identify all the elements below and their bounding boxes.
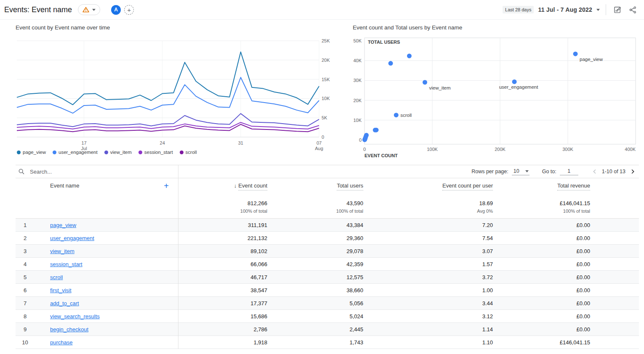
table-row-scroll: 5scroll46,71712,5753.72£0.00 (16, 271, 639, 284)
events-report-page: Events: Event name A + Last 28 days 11 J… (0, 0, 644, 354)
event-link-begin_checkout[interactable]: begin_checkout (50, 326, 88, 333)
event-name-cell: scroll (35, 274, 178, 280)
column-header-event-count[interactable]: ↓Event count (178, 182, 267, 189)
column-header-event-name[interactable]: Event name + (35, 182, 178, 189)
legend-item-scroll[interactable]: scroll (180, 150, 197, 155)
legend-dot (17, 151, 21, 154)
svg-text:0: 0 (359, 137, 362, 143)
table-search (16, 168, 178, 175)
svg-text:20K: 20K (322, 58, 330, 63)
event-count-per-user-cell: 1.10 (363, 339, 493, 346)
legend-item-user_engagement[interactable]: user_engagement (53, 150, 98, 155)
legend-label: page_view (23, 150, 46, 155)
total-revenue-cell: £0.00 (493, 287, 590, 293)
row-number: 1 (16, 222, 35, 228)
event-count-cell: 89,102 (178, 248, 267, 254)
row-number: 6 (16, 287, 35, 293)
total-revenue-cell: £0.00 (493, 326, 590, 333)
chevron-down-icon (525, 170, 529, 172)
scatter-chart-title: Event count and Total users by Event nam… (353, 24, 462, 31)
event-count-cell: 17,377 (178, 300, 267, 306)
rows-per-page-select[interactable]: 10 (512, 168, 530, 175)
column-header-total-revenue[interactable]: Total revenue (493, 182, 590, 189)
svg-text:15K: 15K (322, 77, 330, 82)
table-row-first_visit: 6first_visit38,54738,6601.00£0.00 (16, 284, 639, 297)
edit-chart-button[interactable] (612, 4, 623, 15)
line-chart[interactable]: 05K10K15K20K25K17Jul243107Aug (16, 34, 335, 153)
svg-text:24: 24 (160, 140, 165, 145)
event-count-per-user-cell: 3.07 (363, 248, 493, 254)
scatter-chart[interactable]: 010K20K30K40K50K0100K200K300K400KTOTAL U… (353, 34, 641, 157)
event-link-session_start[interactable]: session_start (50, 261, 82, 267)
event-count-cell: 221,132 (178, 235, 267, 241)
column-header-total-users[interactable]: Total users (267, 182, 363, 189)
sort-descending-icon: ↓ (234, 182, 237, 189)
event-count-cell: 2,786 (178, 326, 267, 333)
event-link-add_to_cart[interactable]: add_to_cart (50, 300, 79, 306)
segment-a-chip[interactable]: A (111, 5, 121, 15)
event-count-per-user-cell: 7.20 (363, 222, 493, 228)
legend-dot (104, 151, 108, 154)
event-link-scroll[interactable]: scroll (50, 274, 63, 280)
total-revenue-cell: £0.00 (493, 248, 590, 254)
svg-text:200K: 200K (495, 147, 506, 152)
svg-text:TOTAL USERS: TOTAL USERS (368, 40, 400, 45)
total-users-cell: 43,384 (267, 222, 363, 228)
svg-text:400K: 400K (625, 147, 636, 152)
row-number: 10 (16, 339, 35, 346)
rows-per-page-label: Rows per page: (471, 169, 508, 174)
data-quality-dropdown[interactable] (78, 4, 100, 15)
event-link-first_visit[interactable]: first_visit (50, 287, 72, 293)
event-link-view_search_results[interactable]: view_search_results (50, 313, 100, 320)
event-name-cell: view_search_results (35, 313, 178, 320)
table-totals-row: 812,266100% of total 43,590100% of total… (16, 200, 639, 214)
legend-item-session_start[interactable]: session_start (138, 150, 173, 155)
total-revenue-cell: £0.00 (493, 222, 590, 228)
go-to-label: Go to: (542, 169, 556, 174)
event-link-view_item[interactable]: view_item (50, 248, 75, 254)
total-users-cell: 38,660 (267, 287, 363, 293)
table-row-begin_checkout: 9begin_checkout2,7862,4451.14£0.00 (16, 323, 639, 336)
row-number: 8 (16, 313, 35, 320)
event-count-per-user-cell: 1.57 (363, 261, 493, 267)
legend-item-page_view[interactable]: page_view (17, 150, 46, 155)
table-row-view_search_results: 8view_search_results15,6865,0243.12£0.00 (16, 310, 639, 323)
share-icon (629, 6, 637, 14)
total-users-cell: 1,743 (267, 339, 363, 346)
share-button[interactable] (627, 4, 638, 15)
pagination-range: 1-10 of 13 (602, 169, 625, 174)
search-input[interactable] (30, 169, 148, 175)
row-number: 9 (16, 326, 35, 333)
legend-item-view_item[interactable]: view_item (104, 150, 132, 155)
event-count-per-user-cell: 7.54 (363, 235, 493, 241)
total-revenue-cell: £0.00 (493, 261, 590, 267)
chevron-down-icon[interactable] (596, 9, 600, 11)
total-users-cell: 29,078 (267, 248, 363, 254)
date-range-text[interactable]: 11 Jul - 7 Aug 2022 (538, 6, 592, 13)
total-users-cell: 5,024 (267, 313, 363, 320)
svg-text:17: 17 (81, 140, 86, 145)
table-row-session_start: 4session_start66,06642,3591.57£0.00 (16, 258, 639, 271)
event-link-user_engagement[interactable]: user_engagement (50, 235, 94, 241)
event-link-purchase[interactable]: purchase (50, 339, 72, 346)
add-comparison-button[interactable]: + (124, 5, 134, 15)
total-users-cell: 29,360 (267, 235, 363, 241)
svg-text:page_view: page_view (580, 57, 603, 62)
event-count-cell: 15,686 (178, 313, 267, 320)
total-revenue-cell: £0.00 (493, 300, 590, 306)
table-row-view_item: 3view_item89,10229,0783.07£0.00 (16, 245, 639, 258)
table-row-user_engagement: 2user_engagement221,13229,3607.54£0.00 (16, 232, 639, 245)
event-count-per-user-cell: 3.72 (363, 274, 493, 280)
legend-label: scroll (186, 150, 197, 155)
table-toolbar: Rows per page: 10 Go to: 1-10 of 13 (16, 165, 639, 178)
table-body: 1page_view311,19143,3847.20£0.002user_en… (16, 219, 639, 349)
previous-page-button[interactable] (591, 168, 599, 175)
column-header-event-count-per-user[interactable]: Event count per user (363, 182, 493, 189)
add-column-button[interactable]: + (164, 181, 169, 191)
page-title: Events: Event name (4, 5, 72, 14)
table-row-page_view: 1page_view311,19143,3847.20£0.00 (16, 219, 639, 232)
event-count-per-user-cell: 3.44 (363, 300, 493, 306)
event-link-page_view[interactable]: page_view (50, 222, 76, 228)
next-page-button[interactable] (629, 168, 636, 175)
go-to-page-input[interactable] (560, 168, 578, 175)
